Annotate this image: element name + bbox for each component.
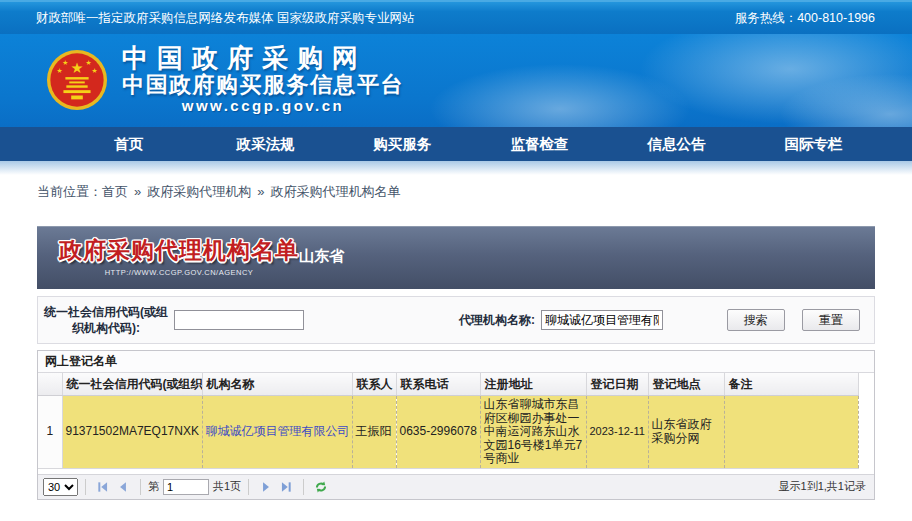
col-note: 备注 (724, 373, 858, 396)
pager-divider (248, 479, 249, 495)
col-reg-date: 登记日期 (586, 373, 648, 396)
svg-text:★: ★ (70, 60, 83, 76)
top-bar: 财政部唯一指定政府采购信息网络发布媒体 国家级政府采购专业网站 服务热线：400… (0, 0, 912, 34)
col-reg-place: 登记地点 (648, 373, 724, 396)
credit-code-input[interactable] (174, 310, 304, 330)
svg-text:★: ★ (91, 67, 97, 74)
prev-page-icon[interactable] (116, 480, 130, 494)
last-page-icon[interactable] (279, 480, 293, 494)
col-contact: 联系人 (352, 373, 396, 396)
pager-divider (85, 479, 86, 495)
site-subtitle: 中国政府购买服务信息平台 (122, 72, 404, 97)
page: 财政部唯一指定政府采购信息网络发布媒体 国家级政府采购专业网站 服务热线：400… (0, 0, 912, 521)
nav-item-international[interactable]: 国际专栏 (745, 135, 882, 154)
cell-credit-code: 91371502MA7EQ17NXK (62, 396, 202, 469)
svg-text:★: ★ (62, 59, 68, 66)
cell-agency-name: 聊城诚亿项目管理有限公司 (202, 396, 352, 469)
banner-region: 山东省 (299, 247, 344, 266)
banner-title: 政府采购代理机构名单 (59, 235, 299, 266)
cell-reg-date: 2023-12-11 (586, 396, 648, 469)
national-emblem-icon: ★ ★ ★ ★ ★ (46, 49, 108, 111)
site-header: ★ ★ ★ ★ ★ 中国政府采购网 中国政府购买服务信息平台 www.ccgp.… (0, 34, 912, 127)
site-title: 中国政府采购网 (122, 44, 404, 72)
banner-url-caption: HTTP://WWW.CCGP.GOV.CN/AGENCY (59, 268, 299, 277)
breadcrumb-separator: » (134, 184, 141, 199)
table-caption: 网上登记名单 (38, 351, 874, 373)
cell-rownum: 1 (38, 396, 62, 469)
page-number-input[interactable] (163, 479, 209, 495)
pagination-bar: 30 第 共1页 (38, 474, 874, 499)
agency-name-link[interactable]: 聊城诚亿项目管理有限公司 (206, 424, 350, 438)
page-size-select[interactable]: 30 (43, 478, 78, 496)
col-agency-name: 机构名称 (202, 373, 352, 396)
nav-item-purchase-services[interactable]: 购买服务 (334, 135, 471, 154)
cloud-decoration (640, 34, 912, 124)
agency-name-label: 代理机构名称: (459, 312, 535, 328)
main-nav: 首页 政采法规 购买服务 监督检查 信息公告 国际专栏 (0, 127, 912, 161)
reset-button[interactable]: 重置 (802, 309, 860, 331)
page-prefix: 第 (148, 479, 159, 494)
breadcrumb-separator: » (257, 184, 264, 199)
breadcrumb: 当前位置：首页»政府采购代理机构»政府采购代理机构名单 (37, 183, 912, 201)
svg-text:★: ★ (57, 67, 63, 74)
table-row: 1 91371502MA7EQ17NXK 聊城诚亿项目管理有限公司 王振阳 06… (38, 396, 858, 469)
cell-reg-place: 山东省政府采购分网 (648, 396, 724, 469)
table-header-row: 统一社会信用代码(或组织 机构名称 联系人 联系电话 注册地址 登记日期 登记地… (38, 373, 858, 396)
cell-phone: 0635-2996078 (396, 396, 480, 469)
agency-table: 统一社会信用代码(或组织 机构名称 联系人 联系电话 注册地址 登记日期 登记地… (38, 373, 859, 469)
search-panel: 统一社会信用代码(或组织机构代码): 代理机构名称: 搜索 重置 (37, 296, 875, 344)
agency-name-input[interactable] (541, 310, 663, 330)
col-rownum (38, 373, 62, 396)
cloud-decoration (430, 64, 690, 127)
next-page-icon[interactable] (259, 480, 273, 494)
site-url: www.ccgp.gov.cn (122, 97, 404, 115)
search-button[interactable]: 搜索 (727, 309, 785, 331)
col-address: 注册地址 (480, 373, 586, 396)
breadcrumb-home[interactable]: 首页 (102, 184, 128, 199)
service-hotline: 服务热线：400-810-1996 (735, 10, 875, 27)
site-slogan: 财政部唯一指定政府采购信息网络发布媒体 国家级政府采购专业网站 (36, 10, 414, 27)
page-suffix: 共1页 (213, 479, 241, 494)
pager-divider (303, 479, 304, 495)
results-panel: 网上登记名单 统一社会信用代码(或组织 机构名称 联系人 联系电话 注册地址 登… (37, 350, 875, 500)
breadcrumb-current: 政府采购代理机构名单 (270, 184, 400, 199)
svg-text:★: ★ (86, 59, 92, 66)
nav-fade-strip (0, 161, 912, 175)
breadcrumb-agency[interactable]: 政府采购代理机构 (147, 184, 251, 199)
first-page-icon[interactable] (96, 480, 110, 494)
cell-note (724, 396, 858, 469)
cloud-decoration (780, 74, 912, 127)
agency-list-banner: 政府采购代理机构名单 HTTP://WWW.CCGP.GOV.CN/AGENCY… (37, 226, 875, 289)
nav-item-regulations[interactable]: 政采法规 (197, 135, 334, 154)
nav-item-supervision[interactable]: 监督检查 (471, 135, 608, 154)
credit-code-label: 统一社会信用代码(或组织机构代码): (40, 304, 172, 336)
breadcrumb-label: 当前位置： (37, 184, 102, 199)
nav-item-home[interactable]: 首页 (60, 135, 197, 154)
nav-item-announcements[interactable]: 信息公告 (608, 135, 745, 154)
cell-address: 山东省聊城市东昌府区柳园办事处一中南运河路东山水文园16号楼1单元7号商业 (480, 396, 586, 469)
col-credit-code: 统一社会信用代码(或组织 (62, 373, 202, 396)
records-summary: 显示1到1,共1记录 (779, 479, 866, 494)
refresh-icon[interactable] (314, 480, 328, 494)
cell-contact: 王振阳 (352, 396, 396, 469)
col-phone: 联系电话 (396, 373, 480, 396)
pager-divider (140, 479, 141, 495)
